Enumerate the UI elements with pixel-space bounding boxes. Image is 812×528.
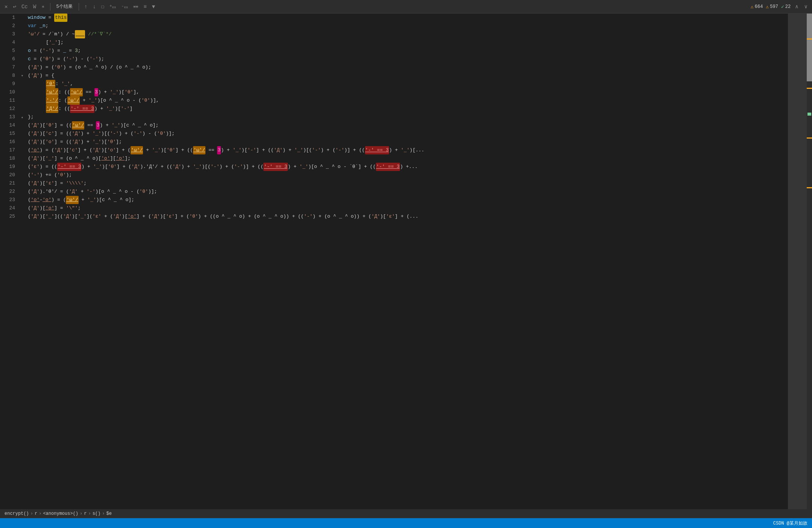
filter-icon[interactable]: ▼	[151, 3, 157, 11]
code-token: ) = ((	[40, 163, 57, 171]
collapse-icon[interactable]: ∨	[803, 3, 809, 11]
fold-7	[20, 63, 25, 72]
code-token: var	[28, 22, 36, 30]
code-token: '_'	[300, 163, 308, 171]
breadcrumb-item-2[interactable]: r	[35, 511, 37, 516]
breadcrumb-item-1[interactable]: encrypt()	[5, 511, 29, 516]
code-token: ) = (	[51, 55, 66, 63]
code-token: ) +	[221, 146, 233, 154]
code-token: )[o ^ _ ^ o - `θ`] + ((	[308, 163, 376, 171]
code-token: '_'	[294, 146, 303, 154]
expand-icon[interactable]: ∧	[794, 3, 800, 11]
code-token: '-'	[66, 55, 75, 63]
breadcrumb-item-5[interactable]: s()	[93, 511, 101, 516]
code-token: 'Д'	[72, 130, 81, 138]
fold-2	[20, 22, 25, 30]
code-token: 'Д'	[371, 212, 380, 221]
editor-container: ✕ ↩ Cc W ∗ 5个结果 ↑ ↓ ☐ +xx -xx xx ≡ ▼ ⚠ 6…	[0, 0, 812, 528]
code-token: ==	[205, 146, 217, 154]
word-icon[interactable]: W	[32, 3, 38, 11]
code-token: '_'	[93, 130, 101, 138]
code-line-24: ( 'Д' )[ 'o' ] = '\"' ;	[28, 204, 809, 212]
code-token: 'θ'	[46, 121, 54, 130]
code-token: =	[66, 47, 75, 55]
code-token: (	[28, 212, 31, 221]
code-token: 'Д'	[31, 130, 40, 138]
prev-result-icon[interactable]: ↑	[83, 3, 89, 11]
close-icon[interactable]: ✕	[3, 3, 9, 11]
fold-13[interactable]: ▴	[20, 113, 25, 121]
fold-22	[20, 188, 25, 196]
status-text: CSDN @某月如故	[773, 520, 807, 526]
code-token: )[	[101, 138, 107, 146]
code-token: )[...	[410, 146, 424, 154]
code-token: =	[46, 14, 54, 22]
code-token: '-'	[90, 55, 98, 63]
next-result-icon[interactable]: ↓	[91, 3, 97, 11]
toolbar-right: ⚠ 664 ⚠ 597 ✓ 22 ∧ ∨	[751, 3, 809, 11]
fold-17	[20, 146, 25, 154]
code-token: '-'	[304, 212, 312, 221]
code-token: )] + ((	[344, 146, 365, 154]
toolbar: ✕ ↩ Cc W ∗ 5个结果 ↑ ↓ ☐ +xx -xx xx ≡ ▼ ⚠ 6…	[0, 0, 812, 14]
check-count: 22	[785, 4, 791, 9]
code-token: '-'	[110, 130, 119, 138]
fold-19	[20, 163, 25, 171]
filter1-icon[interactable]: +xx	[108, 3, 118, 10]
filter3-icon[interactable]: xx	[132, 4, 140, 10]
code-token: '\"'	[66, 204, 78, 212]
code-line-15: ( 'Д' )[ 'c' ] = (( 'Д' ) + '_' )[( '-' …	[28, 130, 809, 138]
ln-11: 11	[3, 96, 15, 105]
code-line-5: o = ( '-' ) = _ = 3 ;	[28, 47, 809, 55]
scrollbar-vertical[interactable]	[807, 14, 812, 509]
code-token: ] = ((	[54, 121, 72, 130]
ln-15: 15	[3, 130, 15, 138]
code-token: ) = (	[40, 63, 54, 72]
code-token: : ((	[58, 88, 70, 96]
code-token: '-'	[247, 146, 256, 154]
code-token: +	[79, 196, 87, 204]
code-line-20: ( '-' ) += ( 'θ' );	[28, 171, 809, 179]
regex-icon[interactable]: ∗	[40, 3, 46, 11]
ln-25: 25	[3, 212, 15, 221]
code-token-hl: 'ω'/	[193, 146, 205, 154]
code-token: ) = {	[40, 72, 54, 80]
code-area[interactable]: window = this var _n ; 'ω'/ = /`m' ) / ~…	[25, 14, 812, 509]
check-badge[interactable]: ✓ 22	[781, 4, 791, 10]
filter2-icon[interactable]: -xx	[120, 3, 130, 10]
case-icon[interactable]: Cc	[20, 3, 29, 11]
code-token-hl3: '-' == 3	[365, 146, 389, 154]
breadcrumb-item-6[interactable]: $e	[106, 511, 111, 516]
code-token: / ~	[63, 30, 75, 38]
code-token: ]((	[54, 212, 63, 221]
error-count: 597	[770, 4, 778, 9]
fold-8[interactable]: ▾	[20, 72, 25, 80]
warning-badge[interactable]: ⚠ 664	[751, 4, 763, 10]
breadcrumb-item-4[interactable]: r	[84, 511, 87, 516]
view-icon[interactable]: ☐	[100, 3, 106, 11]
code-token: 'Д'	[31, 188, 40, 196]
code-token: 'Д'	[31, 63, 40, 72]
scrollbar-mark-4	[807, 187, 812, 188]
code-token-hl: ___	[75, 30, 85, 38]
scrollbar-thumb[interactable]	[807, 14, 812, 81]
history-icon[interactable]: ↩	[11, 3, 17, 11]
code-token: ) = (	[51, 196, 66, 204]
code-token: '-'	[121, 105, 129, 113]
list-icon[interactable]: ≡	[142, 3, 148, 11]
code-token: ) +	[181, 163, 193, 171]
code-token: 'ε'	[93, 212, 101, 221]
code-line-19: ( 'ε' ) = (( '-' == 3 ) + '_' )[ 'θ' ] +…	[28, 163, 809, 171]
fold-9	[20, 80, 25, 88]
divider2	[79, 3, 79, 11]
error-badge[interactable]: ⚠ 597	[766, 4, 778, 10]
code-token: ) - (	[142, 130, 157, 138]
code-token: ) +	[81, 163, 93, 171]
code-token: (	[28, 121, 31, 130]
scrollbar-mark-3	[807, 137, 812, 139]
line-numbers: 1 2 3 4 5 6 7 8 9 10 11 12 13 14 15 16 1…	[0, 14, 20, 509]
ln-17: 17	[3, 146, 15, 154]
breadcrumb-item-3[interactable]: <anonymous>()	[43, 511, 78, 516]
code-line-22: ( 'Д' ).'θ'/ = ( 'Д' + '-' )[o ^ _ ^ o -…	[28, 188, 809, 196]
code-token: '-'	[234, 163, 243, 171]
